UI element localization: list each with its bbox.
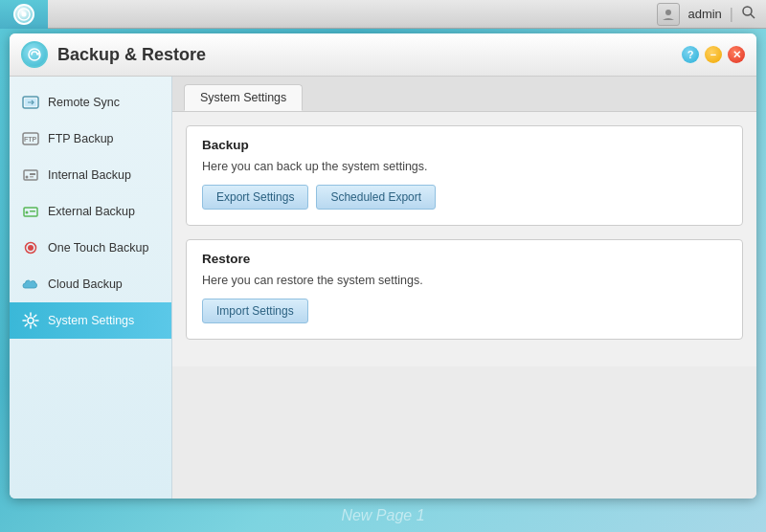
sidebar-item-ftp-backup-label: FTP Backup <box>48 132 114 145</box>
svg-rect-13 <box>30 173 35 175</box>
panels-area: Backup Here you can back up the system s… <box>172 112 756 366</box>
window-titlebar: Backup & Restore ? − ✕ <box>10 33 756 77</box>
sidebar-item-external-backup[interactable]: External Backup <box>10 193 171 230</box>
restore-panel: Restore Here you can restore the system … <box>186 239 743 340</box>
remote-sync-icon <box>21 93 40 112</box>
internal-backup-icon <box>21 166 40 185</box>
svg-point-2 <box>665 10 671 15</box>
window-icon <box>21 41 48 68</box>
tab-bar: System Settings <box>172 77 756 112</box>
one-touch-backup-icon <box>21 238 40 257</box>
sidebar-item-one-touch-backup-label: One Touch Backup <box>48 241 148 255</box>
top-bar-right: admin | <box>657 3 756 26</box>
svg-point-12 <box>26 176 29 179</box>
sidebar-item-system-settings-label: System Settings <box>48 314 134 327</box>
sidebar-item-cloud-backup-label: Cloud Backup <box>48 277 123 291</box>
import-settings-button[interactable]: Import Settings <box>202 299 308 323</box>
sidebar-item-one-touch-backup[interactable]: One Touch Backup <box>10 230 171 266</box>
svg-point-16 <box>26 211 29 214</box>
sidebar-item-external-backup-label: External Backup <box>48 205 135 218</box>
bottom-text: New Page 1 <box>341 507 424 524</box>
minimize-button[interactable]: − <box>705 46 722 63</box>
restore-panel-title: Restore <box>202 252 727 266</box>
scheduled-export-button[interactable]: Scheduled Export <box>316 185 436 210</box>
sidebar-item-system-settings[interactable]: System Settings <box>10 302 171 339</box>
svg-rect-14 <box>30 176 34 178</box>
ftp-backup-icon: FTP <box>21 129 40 148</box>
backup-panel-title: Backup <box>202 138 727 152</box>
sidebar-item-internal-backup[interactable]: Internal Backup <box>10 157 171 193</box>
restore-panel-buttons: Import Settings <box>202 299 727 323</box>
svg-text:FTP: FTP <box>24 136 37 143</box>
backup-panel-description: Here you can back up the system settings… <box>202 160 727 173</box>
app-logo <box>13 4 34 25</box>
divider: | <box>730 6 733 23</box>
content-area: System Settings Backup Here you can back… <box>172 77 756 499</box>
system-settings-icon <box>21 311 40 330</box>
svg-line-4 <box>751 14 755 18</box>
export-settings-button[interactable]: Export Settings <box>202 185 308 210</box>
main-window: Backup & Restore ? − ✕ Remote Sync <box>10 33 756 499</box>
backup-panel-buttons: Export Settings Scheduled Export <box>202 185 727 210</box>
svg-point-19 <box>28 245 34 251</box>
user-icon <box>657 3 680 26</box>
cloud-backup-icon <box>21 275 40 294</box>
sidebar-item-remote-sync-label: Remote Sync <box>48 96 120 109</box>
svg-point-5 <box>29 49 40 60</box>
window-controls: ? − ✕ <box>682 46 745 63</box>
restore-panel-description: Here you can restore the system settings… <box>202 274 727 287</box>
sidebar-item-internal-backup-label: Internal Backup <box>48 168 131 182</box>
search-icon[interactable] <box>741 5 756 24</box>
svg-point-20 <box>28 318 34 323</box>
svg-rect-17 <box>30 211 35 212</box>
svg-point-3 <box>743 7 752 15</box>
sidebar: Remote Sync FTP FTP Backup <box>10 77 172 499</box>
svg-point-1 <box>22 11 27 16</box>
window-body: Remote Sync FTP FTP Backup <box>10 77 756 499</box>
bottom-bar: New Page 1 <box>0 499 766 532</box>
sidebar-item-cloud-backup[interactable]: Cloud Backup <box>10 266 171 302</box>
sidebar-item-remote-sync[interactable]: Remote Sync <box>10 84 171 121</box>
username-label: admin <box>687 7 721 21</box>
sidebar-item-ftp-backup[interactable]: FTP FTP Backup <box>10 121 171 157</box>
close-button[interactable]: ✕ <box>728 46 745 63</box>
tab-system-settings[interactable]: System Settings <box>184 84 303 111</box>
help-button[interactable]: ? <box>682 46 699 63</box>
window-title: Backup & Restore <box>57 45 206 65</box>
external-backup-icon <box>21 202 40 221</box>
backup-panel: Backup Here you can back up the system s… <box>186 125 743 226</box>
top-bar: admin | <box>0 0 766 29</box>
top-bar-logo-area <box>0 0 48 29</box>
